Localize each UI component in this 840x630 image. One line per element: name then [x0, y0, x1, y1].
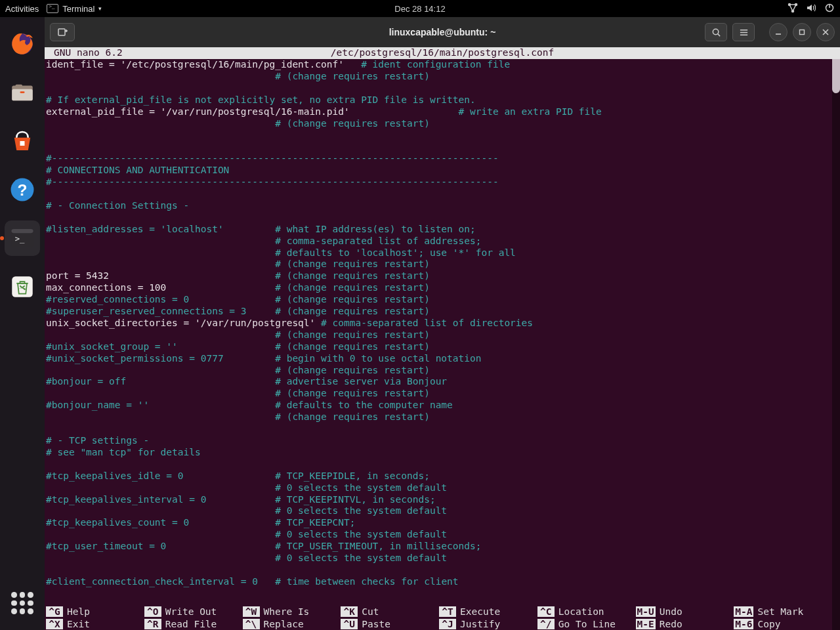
shortcut-key: ^X [46, 619, 63, 629]
shortcut-label: Copy [757, 619, 780, 629]
hamburger-menu-button[interactable] [732, 23, 755, 41]
shortcut-label: Where Is [264, 606, 310, 617]
nano-header: GNU nano 6.2 /etc/postgresql/16/main/pos… [45, 47, 840, 59]
shortcut-key: ^T [439, 606, 456, 617]
shortcut-item: ^KCut [341, 605, 439, 618]
close-button[interactable] [816, 23, 835, 41]
shortcut-key: ^G [46, 606, 63, 617]
shortcut-key: ^O [144, 606, 161, 617]
shortcut-key: M-U [636, 606, 656, 617]
shortcut-item: M-ERedo [636, 618, 734, 630]
shortcut-key: M-A [734, 606, 753, 617]
app-indicator[interactable]: Terminal ▾ [47, 4, 102, 14]
titlebar: linuxcapable@ubuntu: ~ [45, 17, 840, 47]
shortcut-label: Paste [362, 619, 390, 629]
gnome-top-panel: Activities Terminal ▾ Dec 28 14:12 [0, 0, 840, 17]
shortcut-label: Justify [460, 619, 500, 629]
svg-line-21 [717, 33, 719, 35]
shortcut-label: Write Out [165, 606, 217, 617]
scrollbar-track[interactable] [832, 47, 840, 630]
dock-trash[interactable] [5, 269, 40, 304]
shortcut-key: ^U [341, 619, 358, 629]
power-icon[interactable] [824, 3, 835, 15]
shortcut-label: Exit [67, 619, 90, 629]
shortcut-key: ^K [341, 606, 358, 617]
shortcut-item: ^\Replace [243, 618, 341, 630]
shortcut-item: ^/Go To Line [537, 618, 636, 630]
shortcut-key: ^\ [243, 619, 260, 629]
shortcut-label: Undo [660, 606, 682, 617]
shortcut-key: ^/ [537, 619, 555, 629]
shortcut-item: ^UPaste [341, 618, 439, 630]
shortcut-item: ^XExit [46, 618, 144, 630]
shortcut-item: ^CLocation [537, 605, 636, 618]
shortcut-key: ^J [439, 619, 456, 629]
dock-files[interactable] [5, 75, 40, 110]
shortcut-item: ^WWhere Is [243, 605, 341, 618]
svg-rect-8 [16, 85, 23, 88]
shortcut-item: ^RRead File [144, 618, 243, 630]
shortcut-item: M-UUndo [636, 605, 734, 618]
new-tab-button[interactable] [50, 23, 75, 41]
shortcut-label: Execute [460, 606, 500, 617]
svg-rect-7 [12, 89, 33, 101]
svg-rect-17 [58, 29, 65, 35]
minimize-button[interactable] [769, 23, 788, 41]
shortcut-key: ^C [537, 606, 555, 617]
volume-icon[interactable] [806, 3, 816, 15]
terminal-icon [47, 4, 58, 13]
shortcut-label: Help [67, 606, 90, 617]
nano-file-path: /etc/postgresql/16/main/postgresql.conf [331, 47, 554, 58]
shortcut-label: Set Mark [757, 606, 803, 617]
shortcut-key: ^W [243, 606, 260, 617]
clock[interactable]: Dec 28 14:12 [394, 4, 445, 14]
svg-point-20 [713, 29, 718, 34]
dock-firefox[interactable] [5, 26, 40, 62]
chevron-down-icon: ▾ [98, 5, 102, 12]
shortcut-label: Location [558, 606, 604, 617]
activities-button[interactable]: Activities [5, 4, 39, 14]
shortcut-key: M-E [636, 619, 656, 629]
svg-rect-10 [20, 141, 25, 146]
svg-rect-9 [20, 91, 25, 93]
shortcut-item: ^OWrite Out [144, 605, 243, 618]
svg-rect-26 [800, 30, 805, 35]
shortcut-item: M-6Copy [734, 618, 832, 630]
terminal-window: linuxcapable@ubuntu: ~ [45, 17, 840, 630]
nano-app-name: GNU nano 6.2 [54, 47, 123, 58]
window-title: linuxcapable@ubuntu: ~ [389, 27, 496, 37]
svg-rect-14 [11, 229, 33, 233]
search-button[interactable] [705, 23, 727, 41]
shortcut-item: ^JJustify [439, 618, 537, 630]
apps-grid-icon [11, 592, 33, 614]
shortcut-label: Read File [165, 619, 217, 629]
network-icon[interactable] [788, 3, 798, 15]
shortcut-item: ^TExecute [439, 605, 537, 618]
shortcut-key: ^R [144, 619, 161, 629]
shortcut-label: Cut [362, 606, 379, 617]
dock-help[interactable]: ? [5, 172, 40, 207]
shortcut-item: ^GHelp [46, 605, 144, 618]
shortcut-label: Replace [264, 619, 304, 629]
app-indicator-label: Terminal [62, 4, 94, 14]
shortcut-label: Go To Line [558, 619, 616, 629]
dock-software[interactable] [5, 123, 40, 159]
nano-shortcut-bar: ^GHelp^OWrite Out^WWhere Is^KCut^TExecut… [45, 605, 832, 630]
shortcut-label: Redo [660, 619, 682, 629]
maximize-button[interactable] [793, 23, 811, 41]
svg-text:?: ? [18, 181, 28, 199]
editor-content[interactable]: ident_file = '/etc/postgresql/16/main/pg… [45, 59, 832, 605]
shortcut-item: M-ASet Mark [734, 605, 832, 618]
dock: ? >_ [0, 17, 45, 630]
svg-text:>_: >_ [15, 234, 25, 243]
shortcut-key: M-6 [734, 619, 753, 629]
dock-terminal[interactable]: >_ [5, 220, 40, 256]
dock-show-apps[interactable] [5, 585, 40, 621]
nano-editor[interactable]: GNU nano 6.2 /etc/postgresql/16/main/pos… [45, 47, 840, 630]
